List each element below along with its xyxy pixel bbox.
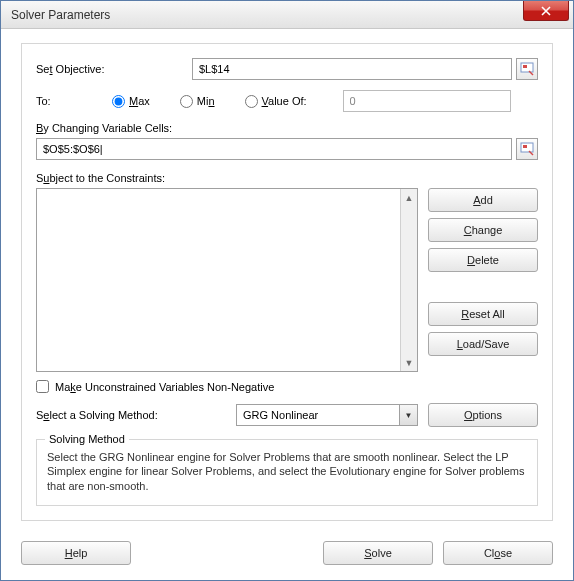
solving-method-selected: GRG Nonlinear: [243, 409, 318, 421]
close-button[interactable]: Close: [443, 541, 553, 565]
options-button[interactable]: Options: [428, 403, 538, 427]
objective-range-picker-button[interactable]: [516, 58, 538, 80]
svg-rect-1: [523, 65, 527, 68]
scroll-up-icon: ▲: [401, 189, 417, 206]
reset-all-button[interactable]: Reset All: [428, 302, 538, 326]
to-label: To:: [36, 95, 86, 107]
solving-method-group: Solving Method Select the GRG Nonlinear …: [36, 439, 538, 506]
to-min-label: Min: [197, 95, 215, 107]
titlebar: Solver Parameters: [1, 1, 573, 29]
solving-method-label: Select a Solving Method:: [36, 409, 226, 421]
close-icon: [541, 6, 551, 16]
to-max-label: Max: [129, 95, 150, 107]
svg-rect-3: [523, 145, 527, 148]
to-valueof-label: Value Of:: [262, 95, 307, 107]
solver-parameters-dialog: Solver Parameters Set Objective: To: Max: [0, 0, 574, 581]
load-save-button[interactable]: Load/Save: [428, 332, 538, 356]
to-valueof-radio[interactable]: [245, 95, 258, 108]
constraints-label: Subject to the Constraints:: [36, 172, 538, 184]
close-window-button[interactable]: [523, 1, 569, 21]
to-min-radio[interactable]: [180, 95, 193, 108]
constraints-scrollbar[interactable]: ▲ ▼: [400, 189, 417, 371]
solve-button[interactable]: Solve: [323, 541, 433, 565]
constraints-listbox[interactable]: ▲ ▼: [36, 188, 418, 372]
set-objective-input[interactable]: [192, 58, 512, 80]
add-constraint-button[interactable]: Add: [428, 188, 538, 212]
changing-cells-input[interactable]: [36, 138, 512, 160]
window-title: Solver Parameters: [11, 8, 110, 22]
solving-method-group-title: Solving Method: [45, 433, 129, 445]
range-picker-icon: [520, 62, 534, 76]
changing-cells-range-picker-button[interactable]: [516, 138, 538, 160]
unconstrained-nonneg-checkbox[interactable]: [36, 380, 49, 393]
solving-method-description: Select the GRG Nonlinear engine for Solv…: [47, 450, 527, 493]
set-objective-label: Set Objective:: [36, 63, 192, 75]
range-picker-icon: [520, 142, 534, 156]
scroll-down-icon: ▼: [401, 354, 417, 371]
changing-cells-label: By Changing Variable Cells:: [36, 122, 538, 134]
unconstrained-nonneg-label: Make Unconstrained Variables Non-Negativ…: [55, 381, 274, 393]
chevron-down-icon: ▼: [399, 405, 417, 425]
solving-method-select[interactable]: GRG Nonlinear ▼: [236, 404, 418, 426]
to-max-radio[interactable]: [112, 95, 125, 108]
main-panel: Set Objective: To: Max Min: [21, 43, 553, 521]
change-constraint-button[interactable]: Change: [428, 218, 538, 242]
valueof-input[interactable]: [343, 90, 511, 112]
help-button[interactable]: Help: [21, 541, 131, 565]
delete-constraint-button[interactable]: Delete: [428, 248, 538, 272]
